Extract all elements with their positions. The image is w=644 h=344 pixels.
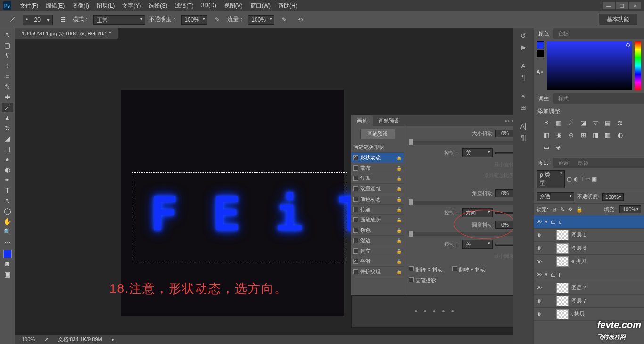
spot-heal-tool[interactable]: ✚ <box>2 92 13 102</box>
tab-color[interactable]: 颜色 <box>534 28 553 39</box>
tab-brush[interactable]: 画笔 <box>351 115 373 126</box>
tab-styles[interactable]: 样式 <box>553 93 573 104</box>
tablet-pressure-icon[interactable]: ⟲ <box>294 14 306 26</box>
filter-adj-icon[interactable]: ◐ <box>574 176 578 182</box>
round-jitter-value[interactable]: 0% <box>495 221 513 229</box>
blur-tool[interactable]: ● <box>2 155 13 164</box>
layer-row[interactable]: 👁图层 2 <box>534 281 644 295</box>
layer-row[interactable]: 👁图层 6 <box>534 242 644 255</box>
round-jitter-slider[interactable] <box>409 232 513 236</box>
brush-tip-shape[interactable]: 画笔笔尖形状 <box>351 142 404 153</box>
path-select-tool[interactable]: ↖ <box>2 196 13 205</box>
menu-item[interactable]: 帮助(H) <box>274 2 301 10</box>
opacity-input[interactable]: 100% <box>181 15 207 25</box>
document-tab[interactable]: 1U45UV8-1.jpg @ 100% (e, RGB/8#) * <box>15 28 118 39</box>
layer-name[interactable]: t 拷贝 <box>571 311 585 318</box>
zoom-tool[interactable]: 🔍 <box>2 227 13 237</box>
brush-option-row[interactable]: 建立🔒 <box>351 246 404 256</box>
brush-tool-icon[interactable]: ／ <box>7 14 19 26</box>
layer-group[interactable]: 👁▾🗀t <box>534 268 644 281</box>
layer-filter-select[interactable]: ρ 类型 <box>537 170 565 188</box>
size-jitter-slider[interactable] <box>409 141 513 145</box>
brush-projection-checkbox[interactable]: 画笔投影 <box>409 277 513 284</box>
hue-sat-icon[interactable]: ▤ <box>603 118 612 127</box>
brush-option-row[interactable]: 杂色🔒 <box>351 225 404 236</box>
layer-thumbnail[interactable] <box>556 256 569 267</box>
checkbox-icon[interactable] <box>353 217 358 222</box>
visibility-icon[interactable]: 👁 <box>536 311 542 317</box>
hue-slider[interactable] <box>635 41 641 90</box>
magic-wand-tool[interactable]: ✧ <box>2 61 13 71</box>
lock-pixels-icon[interactable]: ✎ <box>560 206 564 213</box>
paragraph-styles-icon[interactable]: ¶| <box>518 134 528 142</box>
layer-opacity-input[interactable]: 100% <box>602 193 624 201</box>
control1-select[interactable]: 关 <box>462 148 493 157</box>
checkbox-icon[interactable] <box>353 176 358 181</box>
layer-fill-input[interactable]: 100% <box>619 205 641 213</box>
close-button[interactable]: ✕ <box>629 2 641 9</box>
crop-tool[interactable]: ⌗ <box>2 72 13 81</box>
arrow-icon[interactable]: ↗ <box>44 336 49 343</box>
photo-filter-icon[interactable]: ◉ <box>554 131 563 139</box>
gradient-tool[interactable]: ▤ <box>2 144 13 154</box>
visibility-icon[interactable]: 👁 <box>536 272 542 278</box>
lasso-tool[interactable]: ʕ <box>2 51 13 60</box>
menu-item[interactable]: 图层(L) <box>93 2 119 10</box>
brush-option-row[interactable]: 散布🔒 <box>351 163 404 173</box>
selective-color-icon[interactable]: ◈ <box>554 143 563 151</box>
brush-option-row[interactable]: 保护纹理🔒 <box>351 267 404 277</box>
checkbox-icon[interactable] <box>353 197 358 202</box>
visibility-icon[interactable]: 👁 <box>536 285 542 291</box>
checkbox-icon[interactable] <box>353 259 358 264</box>
size-jitter-value[interactable]: 0% <box>495 130 513 137</box>
menu-item[interactable]: 视图(V) <box>220 2 247 10</box>
blend-mode-select[interactable]: 正常 <box>93 15 145 25</box>
visibility-icon[interactable]: 👁 <box>536 232 542 238</box>
posterize-icon[interactable]: ▦ <box>603 131 612 139</box>
layer-name[interactable]: t <box>559 272 560 278</box>
checkbox-icon[interactable] <box>353 207 358 212</box>
exposure-icon[interactable]: ◪ <box>579 118 587 127</box>
color-lookup-icon[interactable]: ⊞ <box>579 131 587 139</box>
layer-name[interactable]: 图层 2 <box>571 284 586 291</box>
menu-item[interactable]: 编辑(E) <box>42 2 68 10</box>
dodge-tool[interactable]: ◐ <box>2 165 13 174</box>
history-brush-tool[interactable]: ↻ <box>2 123 13 133</box>
menu-item[interactable]: 图像(I) <box>68 2 92 10</box>
visibility-icon[interactable]: 👁 <box>536 219 542 225</box>
lock-all-icon[interactable]: 🔒 <box>576 206 583 213</box>
brush-option-row[interactable]: 画笔笔势🔒 <box>351 215 404 225</box>
edit-toolbar-icon[interactable]: ⋯ <box>2 238 13 247</box>
hand-tool[interactable]: ✋ <box>2 217 13 226</box>
menu-item[interactable]: 文件(F) <box>16 2 42 10</box>
brush-preset-button[interactable]: 画笔预设 <box>360 129 395 139</box>
brush-option-row[interactable]: 湿边🔒 <box>351 236 404 246</box>
layer-name[interactable]: e <box>559 219 561 225</box>
menu-item[interactable]: 滤镜(T) <box>171 2 197 10</box>
menu-item[interactable]: 文字(Y) <box>118 2 145 10</box>
layer-row[interactable]: 👁e 拷贝 <box>534 255 644 268</box>
bg-swatch[interactable] <box>537 50 544 57</box>
move-tool[interactable]: ↖ <box>2 30 13 40</box>
visibility-icon[interactable]: 👁 <box>536 246 542 251</box>
checkbox-icon[interactable] <box>353 228 358 233</box>
flow-input[interactable]: 100% <box>248 15 274 25</box>
color-balance-icon[interactable]: ⚖ <box>616 118 624 127</box>
visibility-icon[interactable]: 👁 <box>536 259 542 264</box>
checkbox-icon[interactable] <box>353 248 358 254</box>
character-styles-icon[interactable]: A| <box>518 123 528 131</box>
threshold-icon[interactable]: ◐ <box>616 131 624 139</box>
flip-x-checkbox[interactable]: 翻转 X 抖动 <box>409 266 443 273</box>
maximize-button[interactable]: ❐ <box>616 2 628 9</box>
brush-option-row[interactable]: 颜色动态🔒 <box>351 194 404 205</box>
brush-tool[interactable]: ／ <box>2 103 13 112</box>
marquee-tool[interactable]: ▢ <box>2 41 13 50</box>
menu-item[interactable]: 3D(D) <box>198 2 220 10</box>
layer-name[interactable]: 图层 7 <box>571 297 586 304</box>
layer-name[interactable]: e 拷贝 <box>571 258 586 265</box>
invert-icon[interactable]: ◨ <box>591 131 600 139</box>
blend-mode-select[interactable]: 穿透 <box>537 192 574 201</box>
tab-layers[interactable]: 图层 <box>534 158 553 169</box>
checkbox-icon[interactable] <box>353 238 358 243</box>
fg-swatch[interactable] <box>537 41 544 49</box>
